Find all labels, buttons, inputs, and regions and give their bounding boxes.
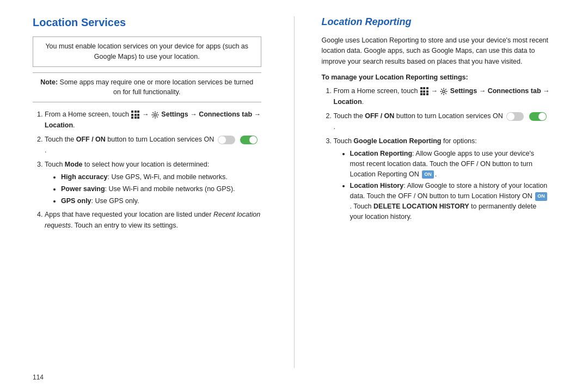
right-intro: Google uses Location Reporting to store … <box>322 35 550 67</box>
bullet-gps-only: GPS only: Use GPS only. <box>61 196 261 206</box>
location-history-bold: Location History <box>350 182 404 189</box>
reporting-bullets: Location Reporting: Allow Google apps to… <box>334 149 550 222</box>
intro-text: You must enable location services on you… <box>45 42 248 60</box>
settings-label-1: Settings → <box>161 111 197 118</box>
location-label-r1: Location <box>334 98 362 106</box>
grid-icon-r1 <box>420 87 428 95</box>
left-column: Location Services You must enable locati… <box>33 16 267 368</box>
gps-only-label: GPS only <box>61 197 91 205</box>
tab-arrow-1: tab → <box>242 111 261 118</box>
note-bold: Note: <box>40 78 58 86</box>
bullet-high-accuracy: High accuracy: Use GPS, Wi-Fi, and mobil… <box>61 172 261 182</box>
content-columns: Location Services You must enable locati… <box>33 16 555 368</box>
mode-bullets: High accuracy: Use GPS, Wi-Fi, and mobil… <box>45 172 261 206</box>
location-reporting-bold: Location Reporting <box>350 150 413 157</box>
right-step-3: Touch Google Location Reporting for opti… <box>334 136 550 222</box>
recent-requests-label: Recent location requests <box>45 211 260 229</box>
google-loc-reporting-label: Google Location Reporting <box>353 137 441 145</box>
toggle-thumb-on-r2 <box>538 113 546 120</box>
tab-arrow-r1: tab → <box>531 87 550 95</box>
left-title: Location Services <box>33 16 261 29</box>
note-box: Note: Some apps may require one or more … <box>33 72 261 103</box>
left-step-2: Touch the OFF / ON button to turn Locati… <box>45 134 261 156</box>
right-column: Location Reporting Google uses Location … <box>322 16 556 368</box>
toggle-thumb-r2 <box>507 113 514 120</box>
grid-icon <box>131 111 139 119</box>
toggle-off-1[interactable] <box>218 136 235 144</box>
manage-heading: To manage your Location Reporting settin… <box>322 74 550 81</box>
svg-point-0 <box>154 114 156 116</box>
on-badge-reporting: ON <box>422 170 434 179</box>
left-step-4: Apps that have requested your location a… <box>45 209 261 231</box>
bullet-power-saving: Power saving: Use Wi-Fi and mobile netwo… <box>61 184 261 194</box>
right-step-1: From a Home screen, touch → Settings → <box>334 85 550 107</box>
toggle-on-r2[interactable] <box>529 112 547 121</box>
toggle-on-1[interactable] <box>240 136 258 144</box>
off-on-label-r2: OFF / ON <box>365 112 394 120</box>
toggle-off-r2[interactable] <box>506 112 524 121</box>
left-steps: From a Home screen, touch → Settings → <box>33 109 261 231</box>
toggle-track-on-1 <box>240 136 258 144</box>
off-on-label-1: OFF / ON <box>76 136 106 143</box>
page: Location Services You must enable locati… <box>0 0 588 392</box>
column-divider <box>294 16 295 368</box>
on-badge-history: ON <box>535 192 547 201</box>
settings-label-r1: Settings → <box>450 87 486 95</box>
location-label-1: Location <box>45 121 73 129</box>
toggle-track-off-1 <box>218 136 235 144</box>
right-title: Location Reporting <box>322 16 550 28</box>
connections-label-1: Connections <box>199 111 240 118</box>
left-step-3: Touch Mode to select how your location i… <box>45 159 261 206</box>
svg-point-1 <box>443 90 445 93</box>
toggle-thumb-1 <box>218 136 226 144</box>
right-steps: From a Home screen, touch → Settings → <box>322 85 550 222</box>
settings-gear-icon <box>151 111 159 119</box>
connections-label-r1: Connections <box>488 87 529 95</box>
settings-gear-icon-r1 <box>440 88 448 95</box>
delete-loc-history-label: DELETE LOCATION HISTORY <box>373 203 469 210</box>
power-saving-label: Power saving <box>61 185 105 193</box>
mode-label: Mode <box>65 161 83 168</box>
left-step-1: From a Home screen, touch → Settings → <box>45 109 261 131</box>
note-text: Some apps may require one or more locati… <box>58 78 253 96</box>
toggle-thumb-on-1 <box>249 136 257 144</box>
toggle-track-on-r2 <box>529 112 547 121</box>
bullet-location-reporting: Location Reporting: Allow Google apps to… <box>350 149 550 179</box>
intro-box: You must enable location services on you… <box>33 36 261 67</box>
toggle-track-off-r2 <box>506 112 524 121</box>
right-step-2: Touch the OFF / ON button to turn Locati… <box>334 111 550 132</box>
bullet-location-history: Location History: Allow Google to store … <box>350 181 550 222</box>
high-accuracy-label: High accuracy <box>61 173 107 181</box>
page-number: 114 <box>33 373 555 381</box>
